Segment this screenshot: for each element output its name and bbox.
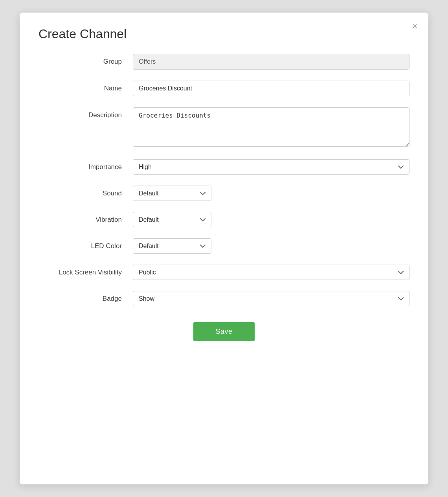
lock-screen-control: Public Private Secret	[133, 265, 409, 280]
save-button[interactable]: Save	[193, 322, 254, 341]
name-control	[133, 81, 409, 96]
led-color-row: LED Color Default None Custom	[39, 238, 409, 254]
sound-control: Default None Custom	[133, 186, 409, 201]
led-color-control: Default None Custom	[133, 238, 409, 254]
name-row: Name	[39, 81, 409, 96]
badge-control: Show Hide	[133, 291, 409, 306]
lock-screen-label: Lock Screen Visibility	[39, 265, 133, 276]
name-input[interactable]	[133, 81, 409, 96]
importance-label: Importance	[39, 159, 133, 171]
badge-label: Badge	[39, 291, 133, 303]
sound-row: Sound Default None Custom	[39, 186, 409, 201]
description-control	[133, 107, 409, 148]
sound-label: Sound	[39, 186, 133, 197]
lock-screen-select[interactable]: Public Private Secret	[133, 265, 409, 280]
button-row: Save	[39, 322, 409, 341]
badge-select[interactable]: Show Hide	[133, 291, 409, 306]
led-color-label: LED Color	[39, 238, 133, 250]
group-label: Group	[39, 54, 133, 66]
group-control	[133, 54, 409, 70]
create-channel-dialog: × Create Channel Group Name Description …	[20, 13, 428, 484]
description-label: Description	[39, 107, 133, 119]
vibration-select[interactable]: Default None Custom	[133, 212, 211, 227]
badge-row: Badge Show Hide	[39, 291, 409, 306]
group-input[interactable]	[133, 54, 409, 70]
close-button[interactable]: ×	[411, 20, 419, 32]
name-label: Name	[39, 81, 133, 92]
importance-control: High Default Low Min None	[133, 159, 409, 175]
lock-screen-row: Lock Screen Visibility Public Private Se…	[39, 265, 409, 280]
group-row: Group	[39, 54, 409, 70]
led-color-select[interactable]: Default None Custom	[133, 238, 211, 254]
vibration-label: Vibration	[39, 212, 133, 224]
sound-select[interactable]: Default None Custom	[133, 186, 211, 201]
vibration-control: Default None Custom	[133, 212, 409, 227]
dialog-title: Create Channel	[39, 27, 409, 41]
vibration-row: Vibration Default None Custom	[39, 212, 409, 227]
description-row: Description	[39, 107, 409, 148]
description-input[interactable]	[133, 107, 409, 147]
importance-row: Importance High Default Low Min None	[39, 159, 409, 175]
importance-select[interactable]: High Default Low Min None	[133, 159, 409, 175]
